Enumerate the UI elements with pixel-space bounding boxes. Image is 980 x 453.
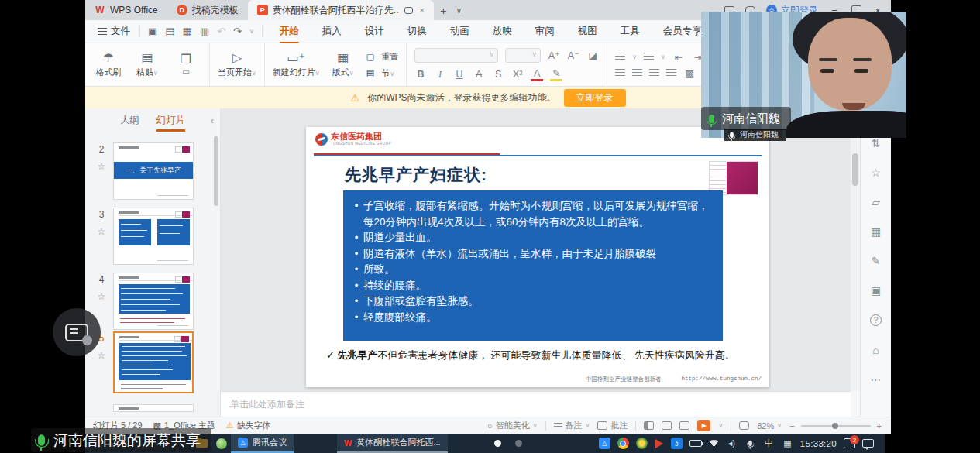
tray-browser-icon[interactable] (617, 438, 629, 449)
decrease-indent-icon[interactable]: ⇤ (672, 51, 685, 63)
browser-button[interactable] (211, 434, 231, 453)
tab-slides[interactable]: 幻灯片 (156, 111, 186, 130)
bluetooth-icon[interactable]: ʖ (671, 438, 683, 449)
clock[interactable]: 15:33:20 (800, 439, 837, 448)
tray-app-icon[interactable] (636, 438, 648, 449)
justify-icon[interactable] (666, 69, 676, 77)
slide-bullet-box[interactable]: •子宫收缩，腹部有紧缩感。开始时为不规则宫缩，以后可发展为规律宫缩，每20分钟内… (343, 190, 723, 341)
numbered-list-icon[interactable] (644, 53, 654, 60)
highlight-button[interactable]: ✎ (550, 67, 562, 81)
menu-tab-review[interactable]: 审阅 (534, 21, 556, 42)
paste-button[interactable]: ▤ 粘贴∨ (132, 52, 163, 78)
slideshow-play-button[interactable]: ▶ (697, 420, 710, 431)
save-icon[interactable]: ▣ (148, 26, 157, 37)
thumbnail-preview[interactable] (113, 273, 194, 330)
normal-view-icon[interactable] (644, 421, 654, 430)
slide-title[interactable]: 先兆早产产妇症状: (345, 164, 487, 186)
slide-thumbnail-3[interactable]: 3 ☆ (93, 208, 194, 265)
font-name-combobox[interactable] (414, 48, 498, 63)
tab-wps-office[interactable]: W WPS Office (85, 0, 167, 20)
canvas-scrollbar[interactable] (851, 108, 860, 391)
tab-list-chevron-icon[interactable]: ∨ (453, 6, 465, 15)
print-icon[interactable]: ▦ (183, 26, 192, 37)
strikethrough-button[interactable]: A (473, 69, 485, 80)
battery-icon[interactable] (689, 440, 702, 447)
redo-icon[interactable]: ↷ (233, 26, 242, 37)
menu-tab-view[interactable]: 视图 (576, 21, 599, 42)
tab-outline[interactable]: 大纲 (120, 111, 139, 130)
shadow-button[interactable]: S (492, 69, 504, 80)
panel-scrollbar[interactable] (214, 136, 218, 206)
slide-thumbnail-6-partial[interactable] (113, 404, 194, 412)
slide-canvas[interactable]: 东信医药集团 TUNGSHUN MEDICINE GROUP 先兆早产产妇症状:… (221, 108, 851, 391)
bullet-list-icon[interactable] (615, 53, 625, 60)
slide-thumbnail-5-selected[interactable]: 5 ☆ (93, 331, 194, 393)
tab-close-icon[interactable]: × (419, 5, 424, 15)
missing-font-warning[interactable]: ⚠ 缺失字体 (226, 420, 271, 431)
menu-tab-home[interactable]: 开始 (278, 21, 301, 42)
superscript-button[interactable]: X² (511, 69, 524, 80)
distribute-icon[interactable]: ▩ (683, 67, 696, 79)
align-left-icon[interactable] (615, 69, 625, 77)
touch-keyboard-icon[interactable]: ▦ (782, 438, 793, 449)
menu-tab-design[interactable]: 设计 (363, 21, 386, 42)
ime-indicator[interactable]: 中 (763, 438, 775, 449)
canvas-scrollbar-thumb[interactable] (852, 153, 858, 186)
menu-tab-transition[interactable]: 切换 (406, 21, 428, 42)
new-tab-button[interactable]: + (434, 4, 453, 17)
taskbar-tencent-meeting[interactable]: △ 腾讯会议 (231, 434, 294, 453)
slide-sorter-view-icon[interactable] (662, 421, 672, 430)
comment-button[interactable]: 批注 (597, 420, 628, 431)
thumbnail-preview[interactable]: 一、关于先兆早产 (113, 142, 194, 200)
tab-docer-template[interactable]: D 找稿壳模板 (167, 0, 248, 20)
slide-editor[interactable]: 东信医药集团 TUNGSHUN MEDICINE GROUP 先兆早产产妇症状:… (306, 127, 769, 387)
thumbnail-preview[interactable] (113, 331, 194, 393)
menu-tab-member[interactable]: 会员专享 (662, 21, 703, 42)
taskbar-wps-document[interactable]: W 黄体酮栓联合阿托西... (337, 434, 448, 453)
copy-button[interactable]: ❐ ▭ (170, 53, 201, 76)
tab-presentation-document[interactable]: P 黄体酮栓联合阿托西半治疗先.. × (248, 0, 434, 20)
reset-button[interactable]: ▢ 重置 (366, 51, 398, 63)
star-icon[interactable]: ☆ (98, 350, 106, 361)
zoom-in-button[interactable]: + (877, 421, 882, 431)
align-right-icon[interactable] (649, 69, 659, 77)
font-color-button[interactable]: A (531, 68, 543, 81)
tray-media-icon[interactable] (655, 439, 663, 448)
template-icon[interactable]: ⌂ (872, 345, 879, 355)
section-button[interactable]: ▤ 节∨ (366, 67, 398, 79)
zoom-slider-knob[interactable] (832, 423, 838, 429)
meeting-floating-button[interactable] (53, 308, 101, 356)
shapes-icon[interactable]: ▱ (872, 197, 880, 208)
italic-button[interactable]: I (434, 69, 446, 81)
reading-view-icon[interactable] (679, 421, 689, 430)
star-icon[interactable]: ☆ (98, 291, 106, 302)
notification-center-icon[interactable]: 2 (844, 438, 855, 449)
more-chevron-icon[interactable]: ∨ (249, 28, 254, 35)
object-properties-icon[interactable]: ⇅ (872, 138, 881, 149)
chart-helper-icon[interactable]: ▦ (871, 226, 881, 237)
star-icon[interactable]: ☆ (98, 226, 106, 237)
align-center-icon[interactable] (632, 69, 642, 77)
undo-icon[interactable]: ↶ (217, 26, 225, 37)
underline-button[interactable]: U (453, 69, 466, 80)
increase-font-icon[interactable]: A⁺ (548, 50, 560, 61)
font-size-combobox[interactable] (505, 48, 541, 63)
login-now-button[interactable]: 立即登录 (564, 89, 626, 107)
preview-icon[interactable]: ▥ (200, 26, 209, 37)
smart-beautify-icon[interactable]: ✎ (872, 256, 881, 266)
menu-tab-tools[interactable]: 工具 (619, 21, 641, 42)
zoom-level[interactable]: 82% ∨ (757, 421, 782, 431)
menu-tab-insert[interactable]: 插入 (321, 21, 343, 42)
favorites-icon[interactable]: ☆ (871, 167, 881, 178)
more-tools-icon[interactable]: ⋯ (871, 374, 882, 385)
decrease-font-icon[interactable]: A⁻ (567, 50, 579, 61)
zoom-slider[interactable]: − + (789, 421, 882, 431)
clear-format-icon[interactable]: ◪ (586, 50, 599, 61)
slide-thumbnail-2[interactable]: 2 ☆ 一、关于先兆早产 (93, 142, 194, 200)
menu-tab-animation[interactable]: 动画 (449, 21, 471, 42)
star-icon[interactable]: ☆ (98, 161, 106, 172)
format-painter-button[interactable]: ☂ 格式刷 (93, 52, 124, 78)
smart-beautify-button[interactable]: ○ 智能美化 ∨ (487, 420, 538, 431)
menu-tab-slideshow[interactable]: 放映 (491, 21, 514, 42)
tab-preview-icon[interactable] (404, 7, 413, 14)
